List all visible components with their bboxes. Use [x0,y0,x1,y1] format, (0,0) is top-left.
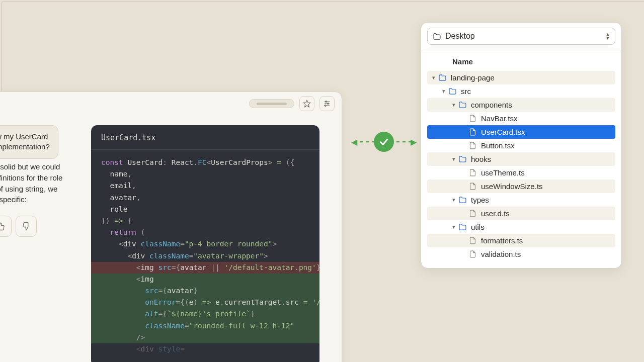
tree-item-label: src [461,87,471,96]
tree-file[interactable]: ▾NavBar.tsx [427,112,615,125]
code-line: <img src={avatar || '/default-avatar.png… [91,262,319,274]
tree-file[interactable]: ▾useWindowSize.ts [427,179,615,193]
file-explorer: Desktop ▲▼ Name ▾landing-page▾src▾compon… [421,22,622,268]
chat-header [0,92,342,115]
tree-item-label: utils [471,223,485,231]
column-header-name[interactable]: Name [427,52,615,71]
user-message-line: w my UserCard [0,132,50,142]
folder-icon [458,196,467,204]
svg-marker-0 [303,100,310,107]
tree-item-label: hooks [471,155,491,163]
arrow-right-icon: ▶ [411,137,417,147]
code-line: }) => { [91,215,319,227]
folder-icon [438,73,447,82]
location-select[interactable]: Desktop ▲▼ [427,28,615,45]
sliders-icon [323,100,331,108]
code-line: name, [91,168,319,180]
folder-icon [458,155,467,163]
thumbs-up-icon [0,222,6,231]
chevron-down-icon[interactable]: ▾ [450,102,457,108]
file-icon [468,168,477,177]
code-line: <div className="p-4 border rounded"> [91,238,319,250]
chevron-down-icon[interactable]: ▾ [450,224,457,230]
assistant-line: definitions for the role [0,172,62,184]
code-line: <img [91,274,319,285]
check-icon [378,136,389,147]
tree-item-label: types [471,196,489,204]
file-icon [468,141,477,150]
tree-folder[interactable]: ▾src [427,84,615,98]
sync-indicator: ◀ ▶ [352,132,416,152]
file-icon [468,250,477,258]
tree-item-label: useWindowSize.ts [481,182,543,191]
location-label: Desktop [445,32,475,41]
tree-folder[interactable]: ▾landing-page [427,71,615,84]
tree-folder[interactable]: ▾types [427,193,615,207]
tree-item-label: user.d.ts [481,209,510,218]
assistant-line: re specific: [0,194,62,205]
file-icon [468,209,477,218]
file-icon [468,114,477,123]
assistant-message: ks solid but we could definitions for th… [0,161,70,205]
tree-item-label: components [471,101,512,109]
code-panel: UserCard.tsx const UserCard: React.FC<Us… [91,125,319,362]
code-filename: UserCard.tsx [91,125,319,150]
tree-item-label: validation.ts [481,250,521,258]
check-badge [374,132,394,152]
code-line: <div className="avatar-wrapper"> [91,250,319,262]
thumbs-up-button[interactable] [0,216,12,237]
tree-file[interactable]: ▾Button.tsx [427,139,615,152]
tree-item-label: formatters.ts [481,236,523,245]
tree-file[interactable]: ▾UserCard.tsx [427,125,615,139]
chevron-down-icon[interactable]: ▾ [440,88,447,95]
chevron-down-icon[interactable]: ▾ [430,74,437,81]
code-line: /> [91,332,319,343]
tree-file[interactable]: ▾user.d.ts [427,207,615,220]
tree-file[interactable]: ▾validation.ts [427,247,615,261]
select-stepper-icon: ▲▼ [605,33,611,40]
chat-panel: w my UserCard mplementation? ks solid bu… [0,92,342,362]
star-button[interactable] [299,96,314,111]
user-message-line: mplementation? [0,142,50,152]
file-icon [468,182,477,191]
arrow-left-icon: ◀ [351,137,357,147]
code-line: avatar, [91,192,319,204]
code-body[interactable]: const UserCard: React.FC<UserCardProps> … [91,150,319,355]
code-line: role [91,204,319,215]
tree-item-label: UserCard.tsx [481,128,525,136]
chevron-down-icon[interactable]: ▾ [450,197,457,203]
code-line: className="rounded-full w-12 h-12" [91,320,319,332]
code-line: onError={(e) => e.currentTarget.src = '/ [91,297,319,308]
thumbs-down-icon [22,222,31,231]
model-pill[interactable] [249,99,294,108]
settings-button[interactable] [319,96,335,111]
star-icon [303,100,311,108]
feedback-buttons [0,216,37,237]
tree-file[interactable]: ▾useTheme.ts [427,166,615,179]
tree-item-label: Button.tsx [481,141,515,150]
thumbs-down-button[interactable] [16,216,37,237]
tree-folder[interactable]: ▾hooks [427,152,615,166]
tree-item-label: landing-page [451,73,495,82]
code-line: email, [91,180,319,192]
chevron-down-icon[interactable]: ▾ [450,156,457,162]
user-message: w my UserCard mplementation? [0,125,58,159]
code-line: return ( [91,227,319,238]
tree-item-label: useTheme.ts [481,168,525,177]
code-line: <div style= [91,343,319,355]
assistant-line: ks solid but we could [0,161,62,172]
assistant-line: d of using string, we [0,184,62,195]
code-line: src={avatar} [91,285,319,297]
folder-icon [433,32,441,41]
file-icon [468,236,477,245]
tree-file[interactable]: ▾formatters.ts [427,234,615,247]
tree-folder[interactable]: ▾utils [427,220,615,234]
folder-icon [458,101,467,109]
tree-folder[interactable]: ▾components [427,98,615,112]
tree-item-label: NavBar.tsx [481,114,518,123]
code-line: const UserCard: React.FC<UserCardProps> … [91,157,319,168]
file-icon [468,128,477,136]
file-tree: ▾landing-page▾src▾components▾NavBar.tsx▾… [427,71,615,261]
code-line: alt={`${name}'s profile`} [91,308,319,320]
folder-icon [458,223,467,231]
